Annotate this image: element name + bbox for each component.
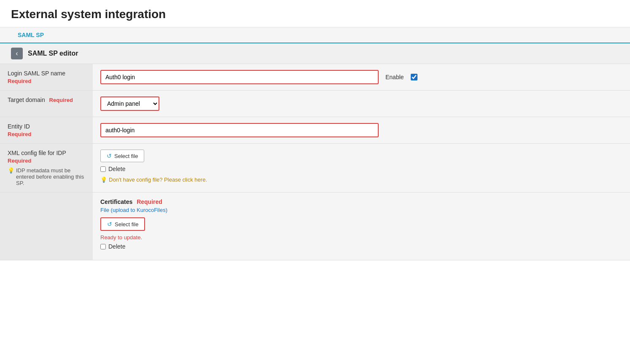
required-badge: Required <box>49 97 73 103</box>
certs-link[interactable]: File (upload to KurocoFiles) <box>100 207 622 213</box>
editor-title: SAML SP editor <box>28 50 78 57</box>
enable-label: Enable <box>385 74 404 80</box>
input-inline-row: Enable <box>100 70 622 84</box>
target-domain-select[interactable]: Admin panel User panel API <box>100 96 159 111</box>
certs-delete-checkbox[interactable] <box>100 244 106 249</box>
bulb-icon-2: 💡 <box>100 177 107 183</box>
page-title: External system integration <box>11 8 619 21</box>
login-saml-sp-name-input[interactable] <box>100 70 379 84</box>
label-target-domain: Target domain Required <box>0 91 93 117</box>
field-xml-config: ↺ Select file Delete 💡 Don't have config… <box>93 144 630 193</box>
required-badge: Required <box>8 131 85 137</box>
refresh-icon-2: ↺ <box>107 221 112 228</box>
field-login-saml-sp-name: Enable <box>93 64 630 91</box>
table-row: Target domain Required Admin panel User … <box>0 91 630 117</box>
section-tab-bar: SAML SP <box>0 27 630 43</box>
label-entity-id: Entity ID Required <box>0 117 93 144</box>
entity-id-input[interactable] <box>100 123 379 137</box>
tab-saml-sp[interactable]: SAML SP <box>11 27 51 43</box>
back-button[interactable]: ‹ <box>11 48 23 59</box>
label-login-saml-sp-name: Login SAML SP name Required <box>0 64 93 91</box>
certs-select-file-button[interactable]: ↺ Select file <box>100 217 145 231</box>
bulb-icon: 💡 <box>8 167 14 174</box>
idp-hint: 💡 IDP metadata must be entered before en… <box>8 167 85 186</box>
xml-select-file-button[interactable]: ↺ Select file <box>100 150 144 162</box>
xml-delete-checkbox[interactable] <box>100 166 106 172</box>
page-header: External system integration <box>0 0 630 27</box>
required-badge: Required <box>8 158 85 164</box>
required-badge: Required <box>8 78 85 84</box>
table-row: Entity ID Required <box>0 117 630 144</box>
enable-checkbox[interactable] <box>411 74 417 80</box>
certs-delete-row: Delete <box>100 243 622 250</box>
field-target-domain: Admin panel User panel API <box>93 91 630 117</box>
field-entity-id <box>93 117 630 144</box>
xml-delete-label: Delete <box>108 166 125 172</box>
label-certificates <box>0 193 93 260</box>
field-certificates: Certificates Required File (upload to Ku… <box>93 193 630 260</box>
config-hint-row: 💡 Don't have config file? Please click h… <box>100 177 622 183</box>
chevron-left-icon: ‹ <box>16 50 18 57</box>
config-hint-link[interactable]: Don't have config file? Please click her… <box>109 177 207 183</box>
ready-to-update-text: Ready to update. <box>100 234 622 241</box>
xml-delete-row: Delete <box>100 166 622 172</box>
table-row: Login SAML SP name Required Enable <box>0 64 630 91</box>
form-table: Login SAML SP name Required Enable Targe… <box>0 64 630 260</box>
table-row: XML config file for IDP Required 💡 IDP m… <box>0 144 630 193</box>
certs-heading: Certificates Required <box>100 198 622 205</box>
table-row: Certificates Required File (upload to Ku… <box>0 193 630 260</box>
refresh-icon: ↺ <box>107 153 112 159</box>
editor-header: ‹ SAML SP editor <box>0 43 630 64</box>
certs-delete-label: Delete <box>108 243 125 250</box>
label-xml-config: XML config file for IDP Required 💡 IDP m… <box>0 144 93 193</box>
